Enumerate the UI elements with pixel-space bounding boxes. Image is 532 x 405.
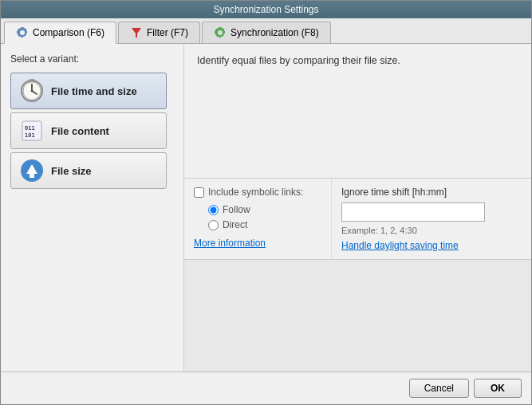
svg-text:101: 101 bbox=[25, 132, 35, 139]
tab-sync-label: Synchronization (F8) bbox=[231, 27, 319, 38]
variant-file-time-size[interactable]: File time and size bbox=[10, 73, 167, 109]
tab-synchronization[interactable]: Synchronization (F8) bbox=[202, 22, 331, 43]
example-text: Example: 1, 2, 4:30 bbox=[341, 226, 522, 235]
description-text: Identify equal files by comparing their … bbox=[197, 55, 518, 66]
variant-file-content[interactable]: 011 101 File content bbox=[10, 112, 167, 149]
variant-file-size[interactable]: File size bbox=[10, 152, 167, 189]
variant-file-content-label: File content bbox=[51, 125, 109, 137]
direct-radio[interactable] bbox=[208, 220, 219, 230]
empty-bottom-area bbox=[184, 259, 531, 372]
sync-gear-icon bbox=[214, 26, 227, 39]
more-info-link[interactable]: More information bbox=[194, 238, 266, 249]
tab-comparison-label: Comparison (F6) bbox=[33, 27, 104, 38]
title-bar: Synchronization Settings bbox=[1, 1, 531, 18]
options-section: Include symbolic links: Follow Direct Mo… bbox=[184, 178, 531, 259]
follow-label: Follow bbox=[223, 204, 250, 215]
tab-filter[interactable]: Filter (F7) bbox=[118, 22, 200, 43]
arrow-up-icon bbox=[19, 158, 45, 183]
variant-file-time-size-label: File time and size bbox=[51, 85, 137, 97]
time-shift-input[interactable] bbox=[341, 202, 485, 222]
tab-bar: Comparison (F6) Filter (F7) Synchronizat… bbox=[1, 18, 531, 44]
cancel-button[interactable]: Cancel bbox=[409, 379, 469, 398]
gear-icon bbox=[16, 26, 29, 39]
follow-row: Follow bbox=[208, 204, 321, 215]
svg-text:011: 011 bbox=[25, 125, 35, 132]
variant-options: File time and size 011 101 File content bbox=[10, 73, 174, 189]
svg-point-5 bbox=[31, 90, 33, 92]
right-panel: Identify equal files by comparing their … bbox=[184, 44, 531, 178]
symbolic-links-checkbox[interactable] bbox=[194, 187, 204, 198]
ok-button[interactable]: OK bbox=[474, 379, 522, 398]
clock-icon bbox=[19, 78, 45, 104]
symbolic-links-label: Include symbolic links: bbox=[208, 187, 303, 198]
left-panel: Select a variant: File tim bbox=[1, 44, 184, 372]
direct-label: Direct bbox=[223, 219, 247, 230]
time-shift-label: Ignore time shift [hh:mm] bbox=[341, 187, 522, 198]
window-title: Synchronization Settings bbox=[213, 4, 318, 15]
variant-file-size-label: File size bbox=[51, 165, 92, 177]
funnel-icon bbox=[130, 26, 143, 39]
footer: Cancel OK bbox=[1, 372, 531, 404]
binary-icon: 011 101 bbox=[19, 118, 45, 144]
symbolic-links-row: Include symbolic links: bbox=[194, 187, 321, 198]
follow-radio[interactable] bbox=[208, 205, 219, 215]
symbolic-links-section: Include symbolic links: Follow Direct Mo… bbox=[184, 179, 332, 259]
select-variant-label: Select a variant: bbox=[10, 53, 174, 65]
svg-marker-0 bbox=[132, 28, 141, 37]
content-area: Select a variant: File tim bbox=[1, 44, 531, 372]
tab-comparison[interactable]: Comparison (F6) bbox=[4, 22, 116, 44]
direct-row: Direct bbox=[208, 219, 321, 230]
daylight-link[interactable]: Handle daylight saving time bbox=[341, 240, 459, 251]
svg-rect-11 bbox=[30, 174, 34, 178]
tab-filter-label: Filter (F7) bbox=[147, 27, 188, 38]
time-shift-section: Ignore time shift [hh:mm] Example: 1, 2,… bbox=[332, 179, 531, 259]
sync-settings-window: Synchronization Settings Comparison (F6)… bbox=[0, 0, 532, 405]
